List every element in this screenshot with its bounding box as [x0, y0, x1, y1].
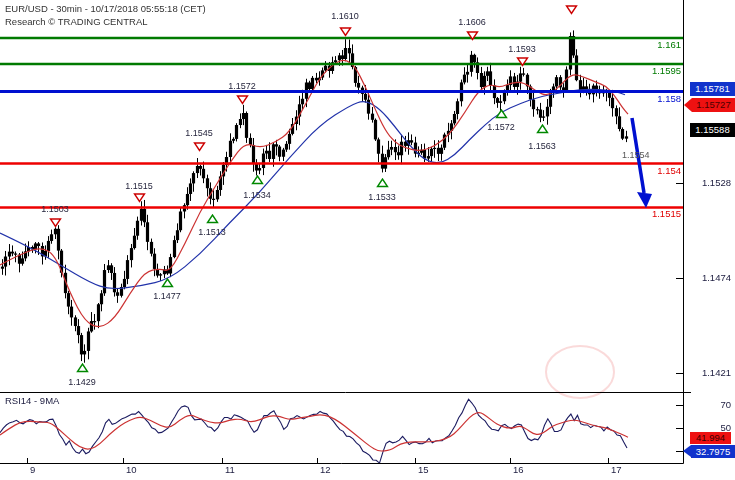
support-marker	[238, 175, 276, 185]
resistance-marker-label: 1.1622	[552, 0, 590, 1]
price-badge-red: 1.15727	[692, 98, 735, 112]
resistance-marker-label: 1.1503	[36, 204, 74, 214]
marker-label: 1.1593	[503, 44, 541, 54]
up-triangle-icon	[251, 175, 264, 185]
resistance-marker	[120, 193, 158, 203]
x-axis-day-label: 9	[30, 465, 35, 475]
rsi-value: 32.7975	[696, 446, 730, 457]
price-badge-blue-value: 1.15781	[695, 83, 729, 94]
x-axis-day-label: 10	[126, 465, 137, 475]
resistance-marker	[326, 27, 364, 37]
x-axis-day-label: 17	[611, 465, 622, 475]
resistance-marker-label: 1.1610	[326, 11, 364, 21]
support-marker	[193, 214, 231, 224]
resistance-marker-label: 1.1545	[180, 128, 218, 138]
up-triangle-icon	[161, 278, 174, 288]
up-triangle-icon	[376, 178, 389, 188]
resistance-level-label-2: 1.1595	[621, 66, 681, 76]
down-triangle-icon	[466, 31, 479, 41]
support-marker-label: 1.1534	[238, 190, 276, 200]
marker-label: 1.1513	[193, 227, 231, 237]
marker-label: 1.1563	[523, 141, 561, 151]
badge-arrow-icon	[683, 445, 691, 457]
resistance-marker	[36, 218, 74, 228]
x-axis-day-label: 12	[320, 465, 331, 475]
resistance-marker	[453, 31, 491, 41]
up-triangle-icon	[76, 363, 89, 373]
support-marker	[363, 178, 401, 188]
support-marker	[63, 363, 101, 373]
support-marker	[148, 278, 186, 288]
price-axis-label: 1.1528	[686, 178, 731, 188]
price-note-label: 1.1554	[622, 151, 650, 160]
marker-label: 1.1622	[552, 0, 590, 1]
rsi-ma-value: 41.994	[696, 432, 725, 443]
support-marker-label: 1.1429	[63, 377, 101, 387]
rsi-ma-value-badge: 41.994	[690, 432, 731, 444]
marker-label: 1.1610	[326, 11, 364, 21]
support-marker	[482, 109, 520, 119]
research-credit: Research © TRADING CENTRAL	[5, 17, 148, 27]
support-marker-label: 1.1477	[148, 291, 186, 301]
badge-arrow-icon	[684, 98, 692, 112]
x-axis-day-label: 16	[513, 465, 524, 475]
support-marker-label: 1.1572	[482, 122, 520, 132]
down-triangle-icon	[565, 5, 578, 15]
x-axis-day-label: 11	[225, 465, 235, 475]
down-triangle-icon	[236, 95, 249, 105]
resistance-marker-label: 1.1572	[223, 81, 261, 91]
support-marker-label: 1.1513	[193, 227, 231, 237]
support-level-label-2: 1.1515	[621, 209, 681, 219]
up-triangle-icon	[206, 214, 219, 224]
price-axis-label: 1.1421	[686, 368, 731, 378]
marker-label: 1.1534	[238, 190, 276, 200]
resistance-marker	[180, 142, 218, 152]
marker-label: 1.1515	[120, 181, 158, 191]
price-badge-blue: 1.15781	[690, 82, 735, 96]
up-triangle-icon	[495, 109, 508, 119]
marker-label: 1.1572	[223, 81, 261, 91]
down-triangle-icon	[193, 142, 206, 152]
up-triangle-icon	[536, 124, 549, 134]
marker-label: 1.1533	[363, 192, 401, 202]
down-triangle-icon	[133, 193, 146, 203]
last-price-value: 1.15588	[695, 124, 729, 135]
down-triangle-icon	[49, 218, 62, 228]
support-level-label-1: 1.154	[621, 166, 681, 176]
resistance-level-label-1: 1.161	[621, 40, 681, 50]
support-marker	[523, 124, 561, 134]
resistance-marker-label: 1.1606	[453, 17, 491, 27]
price-axis-label: 1.1474	[686, 273, 731, 283]
support-marker-label: 1.1563	[523, 141, 561, 151]
support-marker-label: 1.1533	[363, 192, 401, 202]
marker-label: 1.1429	[63, 377, 101, 387]
last-price-badge: 1.15588	[690, 123, 735, 137]
resistance-marker	[552, 5, 590, 15]
marker-label: 1.1545	[180, 128, 218, 138]
marker-label: 1.1606	[453, 17, 491, 27]
rsi-axis-label: 70	[686, 400, 731, 410]
chart-title: EUR/USD - 30min - 10/17/2018 05:55:18 (C…	[5, 4, 206, 14]
down-triangle-icon	[516, 57, 529, 67]
rsi-panel-label: RSI14 - 9MA	[5, 396, 59, 406]
marker-label: 1.1503	[36, 204, 74, 214]
marker-label: 1.1477	[148, 291, 186, 301]
resistance-marker	[223, 95, 261, 105]
resistance-marker-label: 1.1593	[503, 44, 541, 54]
resistance-marker-label: 1.1515	[120, 181, 158, 191]
down-triangle-icon	[339, 27, 352, 37]
marker-label: 1.1572	[482, 122, 520, 132]
price-badge-red-value: 1.15727	[696, 99, 730, 110]
x-axis-day-label: 15	[418, 465, 429, 475]
resistance-marker	[503, 57, 541, 67]
rsi-value-badge: 32.7975	[691, 445, 735, 458]
trading-central-chart: EUR/USD - 30min - 10/17/2018 05:55:18 (C…	[0, 0, 735, 480]
pivot-level-label: 1.158	[621, 94, 681, 104]
